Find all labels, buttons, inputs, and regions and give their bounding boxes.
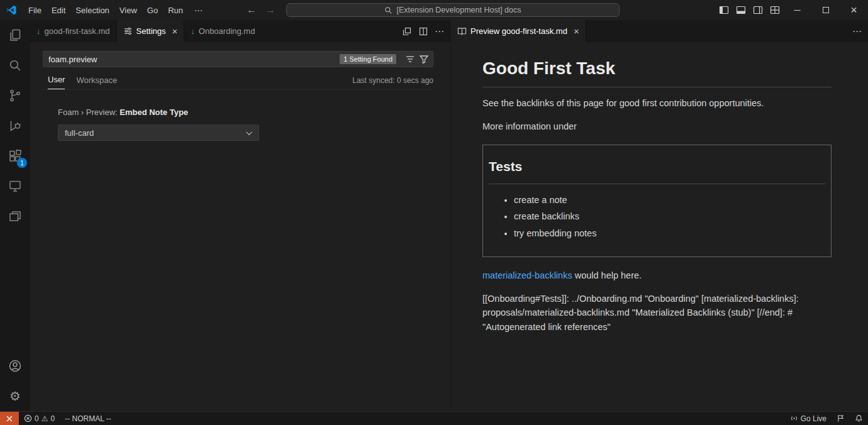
embedded-note-list: create a note create backlinks try embed…: [489, 193, 825, 240]
explorer-icon[interactable]: [0, 20, 30, 50]
vscode-window: File Edit Selection View Go Run ⋯ ← → [E…: [0, 0, 868, 425]
scope-tab-user[interactable]: User: [48, 75, 65, 89]
preview-paragraph: More information under: [482, 119, 832, 133]
gear-glyph: ⚙: [9, 389, 21, 404]
markdown-file-icon: ↓: [191, 26, 195, 36]
error-icon: [24, 414, 32, 422]
remote-indicator[interactable]: [0, 412, 19, 425]
filter-lines-icon[interactable]: [405, 54, 415, 64]
setting-category: Foam › Preview:: [58, 108, 120, 117]
list-item: try embedding notes: [514, 226, 825, 240]
feedback-flag-icon[interactable]: [832, 412, 850, 425]
broadcast-icon: [790, 414, 798, 422]
toggle-panel-icon[interactable]: [732, 0, 749, 20]
tab-good-first-task[interactable]: ↓ good-first-task.md: [30, 20, 117, 42]
tab-bar-left: ↓ good-first-task.md Settings × ↓ On: [30, 20, 450, 42]
embedded-note-title: Tests: [489, 157, 825, 184]
search-icon[interactable]: [0, 50, 30, 80]
more-actions-icon[interactable]: ⋯: [852, 26, 862, 37]
settings-gear-icon[interactable]: ⚙: [0, 381, 30, 411]
settings-editor: 1 Setting Found User Workspace: [30, 42, 450, 411]
tab-label: Onboarding.md: [199, 26, 255, 36]
extensions-icon[interactable]: 1: [0, 141, 30, 171]
settings-result-count-badge: 1 Setting Found: [340, 54, 396, 64]
markdown-preview-icon: [457, 26, 467, 36]
embedded-note-card: Tests create a note create backlinks try…: [482, 145, 832, 257]
search-icon: [384, 6, 392, 14]
tab-settings[interactable]: Settings ×: [117, 20, 185, 42]
embed-note-type-dropdown[interactable]: full-card: [58, 124, 259, 141]
list-item: create backlinks: [514, 209, 825, 223]
close-tab-icon[interactable]: ×: [574, 26, 579, 36]
settings-sliders-icon: [123, 26, 133, 36]
tab-onboarding[interactable]: ↓ Onboarding.md: [184, 20, 262, 42]
editor-actions-right: ⋯: [852, 20, 868, 42]
menu-run[interactable]: Run: [163, 6, 188, 15]
menu-edit[interactable]: Edit: [47, 6, 70, 15]
menu-file[interactable]: File: [23, 6, 47, 15]
source-control-icon[interactable]: [0, 80, 30, 111]
list-item: create a note: [514, 193, 825, 207]
tab-bar-right: Preview good-first-task.md × ⋯: [451, 20, 868, 42]
extensions-badge: 1: [17, 158, 27, 168]
customize-layout-icon[interactable]: [766, 0, 783, 20]
go-live-button[interactable]: Go Live: [785, 412, 832, 425]
toggle-secondary-sidebar-icon[interactable]: [749, 0, 766, 20]
menu-view[interactable]: View: [114, 6, 142, 15]
workbench: 1 ⚙: [0, 20, 868, 411]
setting-name: Embed Note Type: [120, 108, 188, 117]
preview-heading: Good First Task: [482, 55, 832, 87]
run-debug-icon[interactable]: [0, 111, 30, 141]
windows-panel-icon[interactable]: [0, 201, 30, 231]
tab-preview-good-first-task[interactable]: Preview good-first-task.md ×: [451, 20, 586, 42]
minimize-button[interactable]: ─: [783, 0, 811, 20]
titlebar-controls: ─ ×: [715, 0, 868, 20]
tab-label: Settings: [136, 26, 166, 36]
markdown-preview-content: Good First Task See the backlinks of thi…: [451, 42, 868, 334]
preview-paragraph: materialized-backlinks would help here.: [482, 268, 832, 282]
settings-scope-tabs: User Workspace Last synced: 0 secs ago: [43, 75, 433, 90]
filter-funnel-icon[interactable]: [419, 54, 429, 64]
more-actions-icon[interactable]: ⋯: [435, 26, 444, 37]
status-bar: 0 ⚠ 0 -- NORMAL -- Go Live: [0, 411, 868, 425]
command-center-search[interactable]: [Extension Development Host] docs: [286, 3, 620, 17]
remote-explorer-icon[interactable]: [0, 171, 30, 201]
back-arrow-icon[interactable]: ←: [247, 4, 257, 16]
settings-search-input[interactable]: [48, 55, 340, 64]
scope-tab-workspace[interactable]: Workspace: [76, 75, 117, 89]
maximize-button[interactable]: [811, 0, 840, 20]
notifications-bell-icon[interactable]: [850, 412, 868, 425]
toggle-sidebar-icon[interactable]: [715, 0, 732, 20]
editor-actions-left: ⋯: [402, 20, 450, 42]
markdown-preview-pane: Good First Task See the backlinks of thi…: [451, 42, 868, 411]
history-navigation: ← →: [247, 4, 275, 16]
command-center-label: [Extension Development Host] docs: [396, 6, 521, 14]
close-window-button[interactable]: ×: [840, 0, 868, 20]
activity-bar: 1 ⚙: [0, 20, 30, 411]
menu-selection[interactable]: Selection: [70, 6, 114, 15]
problems-indicator[interactable]: 0 ⚠ 0: [19, 412, 60, 425]
maximize-icon: [823, 7, 829, 13]
dropdown-value: full-card: [65, 128, 94, 138]
warning-icon: ⚠: [42, 414, 48, 423]
tab-label: Preview good-first-task.md: [470, 26, 567, 36]
menu-overflow-icon[interactable]: ⋯: [188, 6, 209, 15]
preview-paragraph: See the backlinks of this page for good …: [482, 96, 832, 110]
link-references-text: [[Onboarding#Tests]]: ../Onboarding.md "…: [482, 292, 832, 334]
activity-bar-spacer: [0, 231, 30, 351]
menu-go[interactable]: Go: [142, 6, 163, 15]
titlebar: File Edit Selection View Go Run ⋯ ← → [E…: [0, 0, 868, 20]
go-live-label: Go Live: [801, 414, 826, 423]
accounts-icon[interactable]: [0, 351, 30, 381]
vim-mode-indicator[interactable]: -- NORMAL --: [60, 412, 116, 425]
chevron-down-icon: [246, 129, 252, 135]
open-changes-icon[interactable]: [402, 26, 412, 36]
vscode-logo-icon: [6, 4, 17, 16]
editor-group-right: Preview good-first-task.md × ⋯ Good Firs…: [451, 20, 868, 411]
split-editor-icon[interactable]: [418, 26, 428, 36]
materialized-backlinks-link[interactable]: materialized-backlinks: [482, 270, 572, 280]
forward-arrow-icon[interactable]: →: [265, 4, 275, 16]
sync-status: Last synced: 0 secs ago: [352, 76, 433, 89]
close-tab-icon[interactable]: ×: [172, 26, 178, 36]
error-count: 0: [35, 414, 39, 423]
